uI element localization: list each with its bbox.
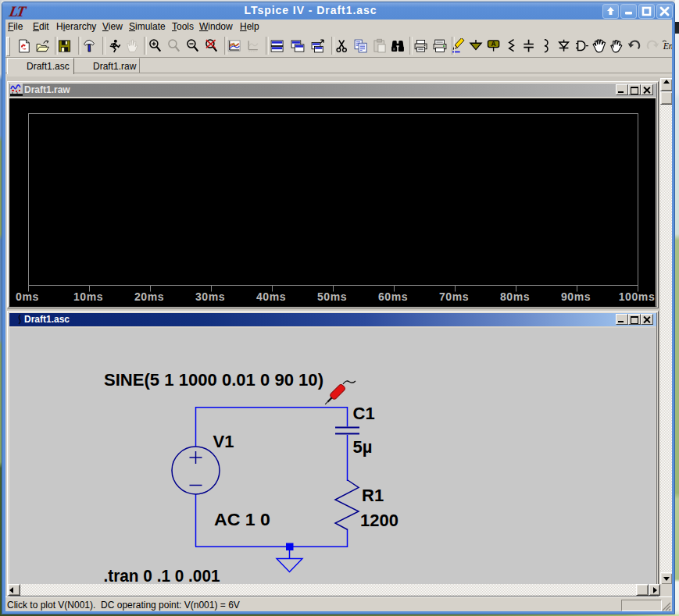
svg-text:En: En [663, 41, 672, 52]
svg-text:5µ: 5µ [353, 437, 373, 457]
svg-text:A: A [491, 40, 496, 48]
svg-text:V1: V1 [213, 432, 234, 451]
svg-text:1200: 1200 [360, 511, 398, 530]
svg-text:C1: C1 [353, 404, 375, 423]
svg-text:.tran 0 .1 0 .001: .tran 0 .1 0 .001 [104, 566, 220, 586]
svg-text:AC 1 0: AC 1 0 [214, 510, 270, 529]
svg-text:R1: R1 [362, 486, 384, 505]
svg-text:SINE(5 1 1000 0.01 0 90 10): SINE(5 1 1000 0.01 0 90 10) [104, 370, 323, 390]
